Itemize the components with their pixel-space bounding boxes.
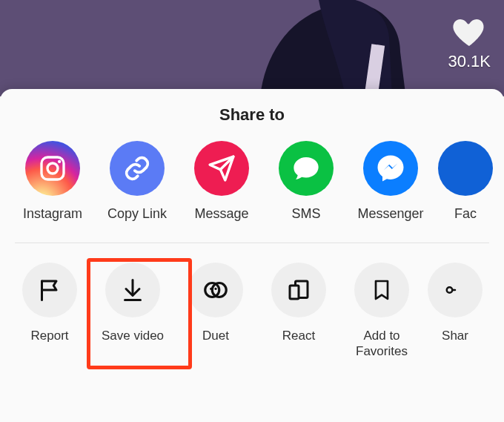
- svg-rect-9: [290, 286, 299, 299]
- facebook-icon: [438, 141, 493, 196]
- share-item-facebook[interactable]: Fac: [443, 141, 473, 222]
- share-item-label: Message: [194, 206, 248, 222]
- share-item-label: Messenger: [357, 206, 423, 222]
- share-item-message[interactable]: Message: [190, 141, 253, 222]
- share-item-label: SMS: [291, 206, 320, 222]
- divider: [15, 243, 489, 243]
- action-item-label: Save video: [102, 328, 164, 343]
- link-icon: [110, 141, 165, 196]
- action-item-duet[interactable]: Duet: [184, 263, 248, 343]
- bookmark-icon: [354, 263, 409, 317]
- svg-point-2: [47, 163, 58, 174]
- paper-plane-icon: [194, 141, 249, 196]
- heart-icon[interactable]: [450, 15, 488, 50]
- video-background: 30.1K: [0, 0, 504, 96]
- download-icon: [105, 263, 160, 317]
- share-item-label: Instagram: [23, 206, 82, 222]
- flag-icon: [22, 263, 77, 317]
- share-item-instagram[interactable]: Instagram: [21, 141, 84, 222]
- actions-row: Report Save video Duet: [0, 263, 504, 360]
- action-item-report[interactable]: Report: [18, 263, 82, 343]
- video-silhouette: [215, 0, 437, 96]
- share-item-sms[interactable]: SMS: [274, 141, 338, 222]
- share-targets-row: Instagram Copy Link Message: [0, 141, 504, 222]
- duet-icon: [188, 263, 243, 317]
- action-item-label: Duet: [202, 328, 229, 343]
- svg-point-7: [214, 288, 216, 290]
- action-item-add-to-favorites[interactable]: Add to Favorites: [350, 263, 414, 360]
- share-item-copy-link[interactable]: Copy Link: [105, 141, 169, 222]
- share-item-label: Copy Link: [107, 206, 167, 222]
- share-icon: [428, 263, 483, 317]
- svg-point-3: [58, 160, 61, 163]
- action-item-label: React: [282, 328, 315, 343]
- action-item-share[interactable]: Shar: [433, 263, 462, 343]
- action-item-label: Shar: [442, 328, 468, 343]
- share-item-messenger[interactable]: Messenger: [359, 141, 422, 222]
- share-item-label: Fac: [454, 206, 477, 222]
- messenger-icon: [363, 141, 418, 196]
- action-item-label: Report: [30, 328, 68, 343]
- instagram-icon: [25, 141, 80, 196]
- action-item-save-video[interactable]: Save video: [101, 263, 165, 343]
- speech-bubble-icon: [279, 141, 334, 196]
- svg-point-6: [210, 288, 212, 290]
- share-sheet-title: Share to: [0, 105, 504, 125]
- react-icon: [271, 263, 326, 317]
- action-item-react[interactable]: React: [267, 263, 331, 343]
- share-sheet: Share to Instagram Copy Link: [0, 89, 504, 422]
- like-count: 30.1K: [448, 52, 491, 71]
- action-item-label: Add to Favorites: [350, 328, 414, 360]
